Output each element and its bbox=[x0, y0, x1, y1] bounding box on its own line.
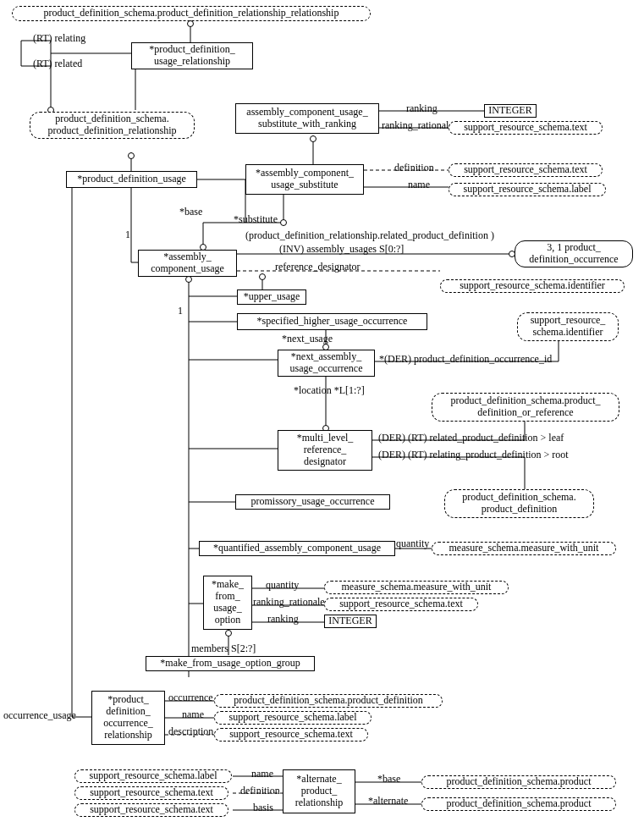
entity-srs-text3-label: support_resource_schema.text bbox=[339, 598, 463, 610]
entity-qacu: *quantified_assembly_component_usage bbox=[199, 541, 395, 556]
entity-srs-text6: support_resource_schema.text bbox=[74, 803, 228, 817]
entity-pdo-label: 3, 1 product_ definition_occurrence bbox=[529, 242, 618, 266]
subtype-circle-bus bbox=[185, 276, 192, 283]
label-occurrence: occurrence bbox=[168, 692, 213, 704]
attr-circle-8 bbox=[225, 630, 232, 637]
entity-srs-text2-label: support_resource_schema.text bbox=[464, 164, 587, 176]
label-ranking2: ranking bbox=[267, 613, 299, 626]
entity-qacu-label: *quantified_assembly_component_usage bbox=[213, 543, 381, 554]
label-base1: *base bbox=[179, 206, 202, 218]
entity-pds-p2-label: product_definition_schema.product bbox=[447, 798, 592, 810]
entity-srs-text4: support_resource_schema.text bbox=[214, 728, 368, 742]
label-inv-au: (INV) assembly_usages S[0:?] bbox=[279, 243, 404, 256]
entity-pds-p1: product_definition_schema.product bbox=[421, 775, 616, 789]
label-der-rt-relating: (DER) (RT) relating_product_definition >… bbox=[378, 449, 569, 461]
label-rt-related: (RT) related bbox=[33, 58, 82, 70]
entity-srs-ident1: support_resource_schema.identifier bbox=[440, 279, 625, 293]
entity-acuswr: assembly_component_usage_ substitute_wit… bbox=[235, 103, 379, 134]
entity-mfuo-label: *make_ from_ usage_ option bbox=[212, 579, 244, 626]
entity-shuo-label: *specified_higher_usage_occurrence bbox=[257, 316, 408, 328]
entity-pdu: *product_definition_usage bbox=[66, 171, 197, 188]
entity-mfuog-label: *make_from_usage_option_group bbox=[160, 658, 300, 670]
entity-ms-mwu1-label: measure_schema.measure_with_unit bbox=[449, 543, 599, 554]
label-rt-relating: (RT) relating bbox=[33, 32, 85, 45]
entity-upper-usage: *upper_usage bbox=[237, 289, 306, 305]
entity-pdrr: product_definition_schema.product_defini… bbox=[12, 6, 371, 21]
entity-pdor-label: *product_ definition_ occurrence_ relati… bbox=[103, 694, 153, 741]
label-ranking-rationale2: ranking_rationale bbox=[253, 596, 325, 609]
label-substitute: *substitute bbox=[234, 213, 278, 226]
entity-srs-label3: support_resource_schema.label bbox=[74, 769, 232, 783]
entity-pds-pd: product_definition_schema. product_defin… bbox=[444, 489, 594, 518]
entity-srs-ident2: support_resource_ schema.identifier bbox=[517, 312, 619, 341]
label-basis: basis bbox=[253, 802, 273, 814]
entity-srs-label1-label: support_resource_schema.label bbox=[464, 184, 592, 196]
entity-pdrr-label: product_definition_schema.product_defini… bbox=[44, 8, 339, 19]
entity-mfuo: *make_ from_ usage_ option bbox=[203, 576, 252, 630]
entity-pdor: *product_ definition_ occurrence_ relati… bbox=[91, 691, 165, 745]
entity-acuswr-label: assembly_component_usage_ substitute_wit… bbox=[246, 107, 367, 130]
entity-shuo: *specified_higher_usage_occurrence bbox=[237, 313, 427, 330]
entity-srs-text2: support_resource_schema.text bbox=[449, 163, 603, 177]
entity-pdur-label: *product_definition_ usage_relationship bbox=[149, 44, 234, 68]
entity-pdur: *product_definition_ usage_relationship bbox=[131, 42, 253, 69]
label-definition3: definition bbox=[240, 785, 280, 797]
entity-srs-ident2-label: support_resource_ schema.identifier bbox=[531, 315, 606, 339]
entity-mfuog: *make_from_usage_option_group bbox=[146, 656, 315, 671]
subtype-circle bbox=[187, 20, 194, 27]
label-description2: description bbox=[168, 725, 213, 738]
entity-srs-text1-label: support_resource_schema.text bbox=[464, 122, 587, 134]
entity-pdu-label: *product_definition_usage bbox=[77, 174, 186, 185]
entity-pds-pdor-label: product_definition_schema.product_ defin… bbox=[451, 395, 601, 419]
entity-srs-text5-label: support_resource_schema.text bbox=[90, 787, 213, 799]
label-der-pdoi: *(DER) product_definition_occurrence_id bbox=[379, 353, 552, 366]
entity-mlrd-label: *multi_level_ reference_ designator bbox=[297, 433, 354, 467]
label-ranking: ranking bbox=[406, 102, 438, 115]
label-alternate: *alternate bbox=[368, 795, 408, 808]
entity-pds-pd-label: product_definition_schema. product_defin… bbox=[462, 492, 575, 515]
entity-integer1: INTEGER bbox=[484, 104, 537, 118]
entity-srs-text4-label: support_resource_schema.text bbox=[229, 729, 353, 741]
entity-pds-p2: product_definition_schema.product bbox=[421, 797, 616, 811]
entity-acu-label: *assembly_ component_usage bbox=[151, 251, 224, 275]
entity-srs-text3: support_resource_schema.text bbox=[324, 598, 478, 611]
label-prr: (product_definition_relationship.related… bbox=[245, 229, 494, 242]
entity-mlrd: *multi_level_ reference_ designator bbox=[278, 430, 372, 471]
entity-srs-label1: support_resource_schema.label bbox=[449, 183, 606, 196]
label-one-a: 1 bbox=[125, 229, 130, 241]
label-ref-des: reference_designator bbox=[275, 261, 361, 273]
label-one-b: 1 bbox=[178, 305, 183, 317]
entity-acus-label: *assembly_component_ usage_substitute bbox=[256, 168, 354, 191]
entity-acus: *assembly_component_ usage_substitute bbox=[245, 164, 364, 195]
entity-srs-label3-label: support_resource_schema.label bbox=[90, 770, 217, 782]
entity-pdo: 3, 1 product_ definition_occurrence bbox=[515, 240, 633, 267]
entity-srs-text5: support_resource_schema.text bbox=[74, 786, 228, 800]
entity-pds-pd2: product_definition_schema.product_defini… bbox=[214, 694, 443, 708]
label-occurrence-usage: occurrence_usage bbox=[3, 709, 76, 722]
entity-pds-pdr: product_definition_schema. product_defin… bbox=[30, 112, 195, 139]
entity-upper-usage-label: *upper_usage bbox=[244, 291, 300, 303]
entity-apr-label: *alternate_ product_ relationship bbox=[295, 774, 344, 808]
entity-integer1-label: INTEGER bbox=[488, 105, 531, 117]
label-name3: name bbox=[251, 768, 273, 780]
entity-integer2-label: INTEGER bbox=[328, 615, 372, 627]
attr-circle-3 bbox=[200, 244, 206, 251]
entity-nauo-label: *next_assembly_ usage_occurrence bbox=[290, 351, 363, 375]
label-members: members S[2:?] bbox=[191, 642, 256, 655]
entity-srs-text1: support_resource_schema.text bbox=[449, 121, 603, 135]
label-quantity1: quantity bbox=[396, 538, 429, 550]
label-definition1: definition bbox=[394, 162, 434, 174]
entity-srs-label2-label: support_resource_schema.label bbox=[229, 712, 357, 724]
entity-pds-p1-label: product_definition_schema.product bbox=[447, 776, 592, 788]
entity-ms-mwu2: measure_schema.measure_with_unit bbox=[324, 581, 509, 594]
label-location: *location *L[1:?] bbox=[294, 384, 365, 397]
subtype-circle-3 bbox=[310, 135, 316, 142]
subtype-circle-2 bbox=[128, 152, 135, 159]
label-der-rt-related: (DER) (RT) related_product_definition > … bbox=[378, 432, 564, 444]
entity-puo: promissory_usage_occurrence bbox=[235, 494, 390, 510]
label-name2: name bbox=[182, 708, 204, 721]
entity-ms-mwu2-label: measure_schema.measure_with_unit bbox=[342, 582, 492, 593]
entity-acu: *assembly_ component_usage bbox=[138, 250, 237, 277]
entity-srs-label2: support_resource_schema.label bbox=[214, 711, 372, 725]
entity-srs-ident1-label: support_resource_schema.identifier bbox=[460, 280, 605, 292]
